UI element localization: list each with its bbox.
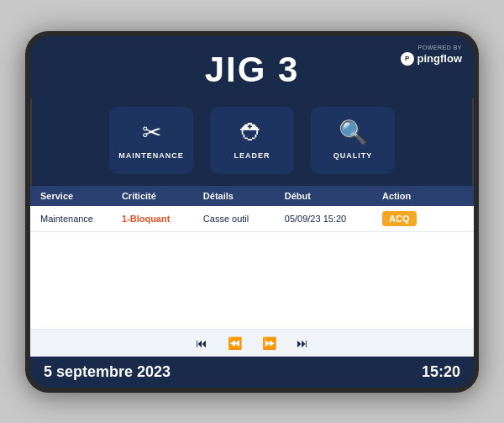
cell-service: Maintenance <box>40 214 122 224</box>
footer: 5 septembre 2023 15:20 <box>30 357 474 388</box>
cell-action[interactable]: ACQ <box>382 211 464 226</box>
cell-details: Casse outil <box>203 214 285 224</box>
col-service: Service <box>40 191 122 201</box>
table-header: Service Criticité Détails Début Action <box>30 186 474 206</box>
leader-label: LEADER <box>234 151 270 160</box>
first-button[interactable]: ⏮ <box>192 335 211 352</box>
last-button[interactable]: ⏭ <box>293 335 312 352</box>
table-area: Service Criticité Détails Début Action M… <box>30 186 474 357</box>
playback-controls: ⏮ ⏪ ⏩ ⏭ <box>30 329 474 357</box>
footer-time: 15:20 <box>422 363 460 381</box>
device-frame: POWERED BY P pingflow JIG 3 ✂ MAINTENANC… <box>25 31 479 393</box>
maintenance-icon: ✂ <box>142 121 161 145</box>
powered-by-text: POWERED BY <box>418 45 462 50</box>
table-row: Maintenance 1-Bloquant Casse outil 05/09… <box>30 206 474 232</box>
leader-icon: ⛑ <box>240 121 264 145</box>
maintenance-label: MAINTENANCE <box>118 151 184 160</box>
cell-debut: 05/09/23 15:20 <box>285 214 382 224</box>
quality-icon: 🔍 <box>339 121 368 145</box>
prev-button[interactable]: ⏪ <box>224 335 245 352</box>
pingflow-text: pingflow <box>417 52 462 65</box>
col-details: Détails <box>203 191 285 201</box>
icon-buttons-row: ✂ MAINTENANCE ⛑ LEADER 🔍 QUALITY <box>30 98 474 186</box>
powered-by-area: POWERED BY P pingflow <box>401 45 462 66</box>
main-title: JIG 3 <box>205 50 300 90</box>
pingflow-logo: P pingflow <box>401 52 462 66</box>
quality-label: QUALITY <box>333 151 373 160</box>
quality-button[interactable]: 🔍 QUALITY <box>311 107 395 174</box>
header: POWERED BY P pingflow JIG 3 <box>30 36 474 98</box>
footer-date: 5 septembre 2023 <box>44 363 171 381</box>
table-body: Maintenance 1-Bloquant Casse outil 05/09… <box>30 206 474 329</box>
maintenance-button[interactable]: ✂ MAINTENANCE <box>109 107 193 174</box>
cell-criticite: 1-Bloquant <box>122 214 203 224</box>
leader-button[interactable]: ⛑ LEADER <box>210 107 294 174</box>
col-debut: Début <box>285 191 382 201</box>
pingflow-icon: P <box>401 52 414 66</box>
col-criticite: Criticité <box>122 191 203 201</box>
next-button[interactable]: ⏩ <box>259 335 280 352</box>
acq-badge[interactable]: ACQ <box>382 211 416 226</box>
col-action: Action <box>382 191 464 201</box>
